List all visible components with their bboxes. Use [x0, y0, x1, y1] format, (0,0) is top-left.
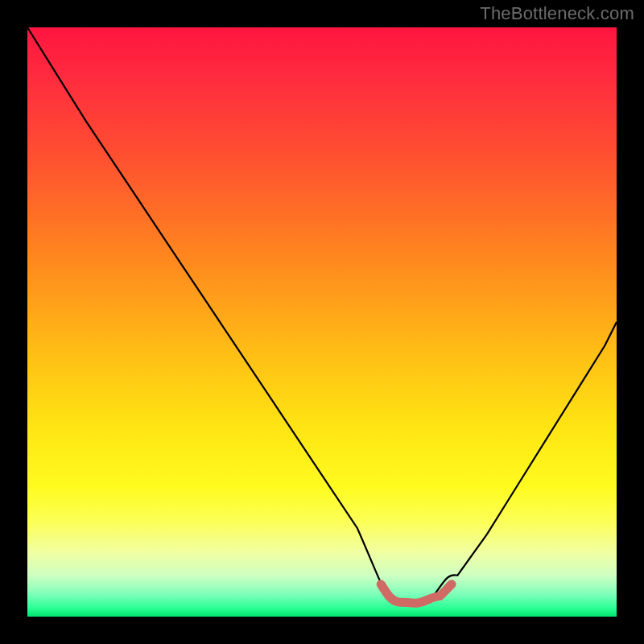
plot-area [27, 27, 617, 617]
chart-frame: TheBottleneck.com [0, 0, 644, 644]
bottleneck-curve-path [27, 27, 617, 605]
optimal-zone-marker-path [381, 584, 452, 603]
watermark-text: TheBottleneck.com [480, 3, 634, 24]
bottleneck-curve-svg [27, 27, 617, 617]
